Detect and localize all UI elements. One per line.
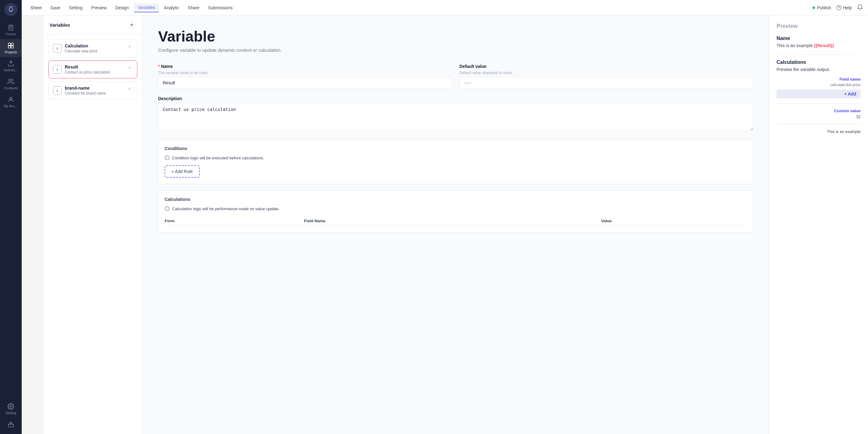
preview-field-value-row: calculate-the-price [777,83,861,87]
variable-name-result: Result [65,64,123,69]
preview-divider-3 [777,124,861,124]
publish-button[interactable]: Publish [812,5,831,10]
topbar-share[interactable]: Share [184,3,203,12]
publish-label: Publish [817,5,831,10]
topbar-preview[interactable]: Preview [87,3,111,12]
preview-field-name-label: Field name [839,77,861,82]
default-value-field-group: Default value Default value displayed to… [459,64,753,89]
sidebar-item-contacts[interactable]: Contacts [0,75,22,93]
sidebar-item-setting-label: Setting [6,411,16,415]
preview-name-section-title: Name [777,36,861,41]
topbar-sheet[interactable]: Sheet [27,3,45,12]
calculations-table: Form Field Name Value [165,216,747,226]
page-title: Variable [158,28,753,45]
variable-close-calculation[interactable]: × [126,43,133,50]
name-field-group: * Name The variable name to be used. [158,64,452,89]
description-textarea[interactable]: Contact us price calculation [158,103,753,131]
description-section: Description Contact us price calculation [158,96,753,131]
sidebar-item-projects[interactable]: Projects [0,39,22,57]
sidebar-item-forms[interactable]: Forms [0,21,22,39]
preview-custom-number-row: 32 [777,114,861,119]
variables-panel: Variables + x Calculation Calculate tota… [43,16,143,434]
preview-add-container: + Add [777,90,861,98]
preview-add-button[interactable]: + Add [777,90,861,98]
topbar-variables[interactable]: Variables [134,3,159,12]
sidebar-item-projects-label: Projects [5,50,17,54]
conditions-info: Condition logic will be executed before … [165,155,747,160]
topbar-design[interactable]: Design [112,3,133,12]
description-field-group: Description Contact us price calculation [158,96,753,131]
bell-button[interactable] [857,4,863,11]
main-content: Variables + x Calculation Calculate tota… [43,16,868,434]
variable-card-calculation[interactable]: x Calculation Calculate total price × [49,39,137,57]
variables-title: Variables [50,22,70,28]
variable-icon-result: x [53,65,62,74]
sidebar-item-account[interactable]: My Acc... [0,93,22,111]
variable-desc-brandname: Constant for brand name [65,91,123,95]
sidebar-item-submissions-label: Submis... [4,68,18,72]
preview-field-value: calculate-the-price [830,83,861,87]
variable-card-result[interactable]: x Result Contact us price calculation × [49,60,137,79]
variable-icon-brandname: x [53,86,62,95]
required-star: * [158,64,160,69]
sidebar-item-plugin[interactable] [0,418,22,431]
col-fieldname: Field Name [304,216,601,226]
variable-name-brandname: brand-name [65,86,123,91]
variable-close-brandname[interactable]: × [126,86,133,92]
publish-dot [812,6,815,9]
conditions-info-text: Condition logic will be executed before … [172,156,264,160]
svg-point-9 [10,405,12,407]
variable-info-calculation: Calculation Calculate total price [65,43,123,53]
default-value-input[interactable] [459,77,753,89]
variable-icon-calculation: x [53,44,62,53]
add-variable-button[interactable]: + [127,21,136,29]
app-logo[interactable] [4,3,18,16]
editor-area: Variable Configure variable to update dy… [143,16,769,434]
variable-card-brandname[interactable]: x brand-name Constant for brand name × [49,82,137,99]
variable-desc-calculation: Calculate total price [65,49,123,53]
variable-info-result: Result Contact us price calculation [65,64,123,74]
default-value-label: Default value [459,64,753,69]
preview-custom-number: 32 [856,114,861,119]
svg-point-0 [10,10,11,11]
preview-title: Preview [777,23,861,29]
name-label: * Name [158,64,452,69]
preview-calculations-title: Calculations [777,60,861,65]
svg-rect-5 [11,46,13,48]
preview-name-section: Name This is an example {{Result}} [777,36,861,48]
description-label: Description [158,96,753,101]
topbar-analytic[interactable]: Analytic [160,3,183,12]
svg-point-8 [10,97,12,99]
default-value-hint: Default value displayed to users. [459,71,753,75]
topbar-save[interactable]: Save [47,3,64,12]
help-label: Help [843,5,852,10]
preview-field-name-row: Field name [777,77,861,82]
col-value: Value [601,216,747,226]
preview-example: This is an example [777,129,861,134]
svg-rect-2 [8,43,10,45]
svg-rect-3 [11,43,13,45]
top-bar: Sheet Save Setting Preview Design Variab… [22,0,868,16]
sidebar-item-contacts-label: Contacts [4,86,18,90]
preview-panel: Preview Name This is an example {{Result… [769,16,868,434]
preview-divider-1 [777,54,861,55]
calc-info-icon [165,206,169,211]
preview-calculations-section: Calculations Preview the variable output… [777,60,861,134]
sidebar-item-account-label: My Acc... [4,104,18,108]
sidebar-item-setting[interactable]: Setting [0,400,22,418]
sidebar-item-submissions[interactable]: Submis... [0,57,22,75]
calculations-title: Calculations [165,197,747,202]
add-rule-button[interactable]: + Add Rule [165,165,199,178]
name-input[interactable] [158,77,452,89]
svg-rect-10 [8,424,13,427]
variable-close-result[interactable]: × [126,64,133,71]
svg-rect-4 [8,46,10,48]
info-icon [165,155,169,160]
col-form: Form [165,216,304,226]
help-button[interactable]: Help [836,5,852,10]
calculations-info: Calculation logic will be performance ma… [165,206,747,211]
conditions-title: Conditions [165,146,747,151]
topbar-setting[interactable]: Setting [65,3,87,12]
preview-custom-row: Custom value [777,108,861,113]
topbar-submissions[interactable]: Submissions [204,3,236,12]
